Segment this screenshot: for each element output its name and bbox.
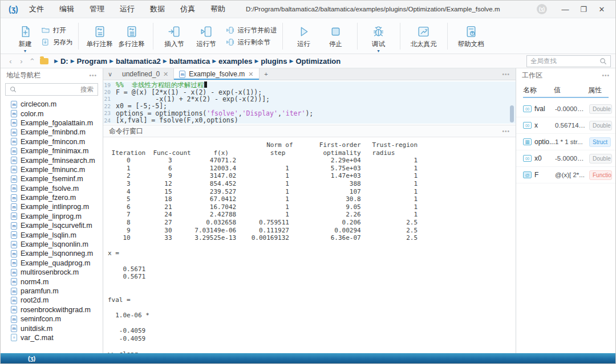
breadcrumb-item[interactable]: ▶plugins [254, 57, 287, 66]
workspace-row[interactable]: x0.56714…Double [516, 117, 615, 134]
global-search-box[interactable] [526, 55, 611, 67]
breadcrumb-item[interactable]: ▶baltamatica [163, 57, 210, 66]
menu-item[interactable]: 帮助 [210, 4, 225, 14]
file-item[interactable]: mExample_intlinprog.m [11, 202, 103, 211]
close-tab-icon[interactable]: ✕ [248, 71, 253, 78]
file-name: Example_fminimax.m [21, 147, 88, 155]
breadcrumb-item[interactable]: ▶baltamatica2 [110, 57, 161, 66]
menu-item[interactable]: 管理 [90, 4, 104, 14]
editor-scrollbar[interactable] [510, 105, 514, 122]
file-item[interactable]: mmultirosenbrock.m [11, 268, 103, 277]
file-item[interactable]: mExample_fgoalattain.m [11, 118, 103, 128]
file-item[interactable]: ≡var_C.mat [11, 333, 103, 342]
search-button[interactable]: 搜索 [80, 85, 94, 94]
code-line[interactable]: 23options = optimoptions('fsolve','Displ… [103, 110, 516, 117]
open-button[interactable]: 打开 [41, 26, 73, 35]
tab-list-dropdown-icon[interactable]: ∨ [103, 68, 117, 80]
breadcrumb-item[interactable]: ▶Optimization [290, 57, 341, 66]
insert-section-button[interactable]: 插入节 [159, 20, 191, 52]
workspace-row[interactable]: x0-5.0000…Double [516, 150, 615, 167]
column-attribute[interactable]: 属性 [588, 85, 609, 98]
minimize-button[interactable]: — [557, 3, 573, 15]
file-item[interactable]: munitdisk.m [11, 324, 103, 333]
file-item[interactable]: mparamfun.m [11, 287, 103, 296]
menu-item[interactable]: 数据 [150, 4, 165, 14]
menu-item[interactable]: 编辑 [59, 4, 74, 14]
file-item[interactable]: mExample_fsolve.m [11, 184, 103, 193]
stop-button[interactable]: 停止 [320, 20, 352, 52]
column-value[interactable]: 值 [554, 85, 588, 98]
panel-menu-button[interactable]: ••• [502, 128, 510, 134]
forward-button[interactable]: › [16, 57, 27, 66]
single-comment-button[interactable]: 单行注释 [84, 20, 116, 52]
code-line[interactable]: 20F = @(x) [2*x(1) - x(2) - exp(-x(1)); [103, 88, 516, 95]
file-item[interactable]: mrosenbrockwithgrad.m [11, 305, 103, 314]
baltamatica-button[interactable]: 北太真元 [406, 20, 442, 52]
file-item[interactable]: mExample_fmincon.m [11, 137, 103, 146]
file-item[interactable]: mseminfcon.m [11, 314, 103, 324]
menu-item[interactable]: 运行 [120, 4, 135, 14]
line-number: 19 [103, 82, 116, 88]
file-item[interactable]: mExample_linprog.m [11, 212, 103, 221]
file-item[interactable]: mcolor.m [11, 109, 103, 118]
code-editor[interactable]: 19%% 非线性方程组的求解过程20F = @(x) [2*x(1) - x(2… [103, 80, 516, 125]
run-button[interactable]: 运行 [288, 20, 320, 52]
file-search-input[interactable] [17, 86, 80, 93]
file-item[interactable]: mExample_lsqnonneg.m [11, 249, 103, 258]
editor-menu-button[interactable]: ••• [502, 71, 510, 77]
global-search-input[interactable] [530, 58, 599, 64]
workspace-row[interactable]: F@(x)[ 2*...Functio... [516, 167, 615, 183]
panel-menu-button[interactable]: ••• [602, 72, 610, 79]
file-item[interactable]: mExample_fseminf.m [11, 174, 103, 183]
file-item[interactable]: mExample_lsqnonlin.m [11, 240, 103, 249]
command-output[interactable]: Norm of First-order Trust-region Iterati… [103, 137, 516, 353]
file-item[interactable]: mExample_fminsearch.m [11, 156, 103, 165]
file-item[interactable]: mExample_quadprog.m [11, 259, 103, 268]
new-button[interactable]: 新建 ▼ [9, 20, 41, 52]
workspace-row[interactable]: fval-0.0000…Double [516, 101, 615, 117]
breadcrumb-item[interactable]: ▶Program [71, 57, 107, 66]
file-item[interactable]: mcirclecon.m [11, 100, 103, 109]
file-item[interactable]: mExample_lsqlin.m [11, 230, 103, 239]
command-window[interactable]: Norm of First-order Trust-region Iterati… [103, 137, 516, 353]
save-as-label: 另存为 [53, 38, 73, 47]
tab-undefined-0[interactable]: undefined_0 ✕ [117, 68, 173, 80]
tab-example-fsolve[interactable]: m Example_fsolve.m ✕ [173, 68, 259, 80]
column-name[interactable]: 名称 [523, 85, 554, 98]
menu-item[interactable]: 文件 [29, 4, 44, 14]
file-item[interactable]: mExample_fzero.m [11, 193, 103, 202]
workspace-row[interactable]: optio...1 * 1 str...Struct [516, 134, 615, 150]
file-item[interactable]: mExample_fminbnd.m [11, 128, 103, 137]
breadcrumb-item[interactable]: ▶D: [54, 57, 68, 66]
file-item[interactable]: mnorm4.m [11, 277, 103, 286]
code-line[interactable]: 24[x,fval] = fsolve(F,x0,options) [103, 117, 516, 124]
run-section-button[interactable]: 运行节 [191, 20, 222, 52]
debug-button[interactable]: 调试 ▼ [363, 20, 395, 52]
run-remaining-button[interactable]: 运行剩余节 [226, 38, 277, 47]
code-area: 19%% 非线性方程组的求解过程20F = @(x) [2*x(1) - x(2… [103, 81, 516, 124]
multi-comment-button[interactable]: 多行注释 [116, 20, 148, 52]
save-as-button[interactable]: 另存为 [41, 38, 73, 47]
run-label: 运行 [297, 40, 310, 48]
code-line[interactable]: 21 -x(1) + 2*x(2) - exp(-x(2))]; [103, 96, 516, 103]
back-button[interactable]: ‹ [5, 57, 16, 66]
file-item[interactable]: mExample_fminunc.m [11, 165, 103, 174]
code-line[interactable]: 22x0 = [-5;-5]; [103, 103, 516, 109]
maximize-button[interactable]: ❐ [576, 3, 591, 15]
menu-item[interactable]: 仿真 [180, 4, 195, 14]
file-icon: m [11, 157, 17, 164]
help-doc-button[interactable]: 帮助文档 [453, 20, 489, 52]
new-tab-button[interactable]: + [260, 68, 273, 80]
breadcrumb-arrow-icon: ▶ [110, 58, 114, 64]
panel-menu-button[interactable]: ••• [89, 72, 97, 79]
up-button[interactable]: ⌃ [27, 57, 38, 66]
code-line[interactable]: 19%% 非线性方程组的求解过程 [103, 81, 516, 88]
breadcrumb-item[interactable]: ▶examples [212, 57, 252, 66]
file-search-box[interactable]: 搜索 [5, 83, 98, 96]
close-button[interactable]: ✕ [594, 3, 610, 15]
close-tab-icon[interactable]: ✕ [163, 71, 168, 78]
file-item[interactable]: mExample_fminimax.m [11, 146, 103, 156]
file-item[interactable]: mroot2d.m [11, 296, 103, 305]
run-section-advance-button[interactable]: 运行节并前进 [226, 26, 277, 35]
file-item[interactable]: mExample_lsqcurvefit.m [11, 221, 103, 230]
